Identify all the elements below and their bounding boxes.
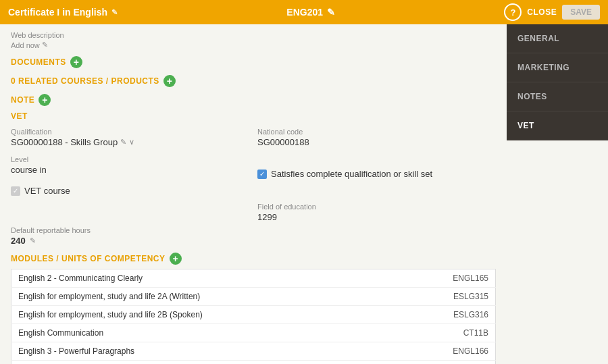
title-edit-icon[interactable]: ✎ <box>111 8 118 17</box>
level-text: course in <box>11 165 47 175</box>
hours-edit-icon[interactable]: ✎ <box>30 236 36 245</box>
qualification-field: Qualification SG00000188 - Skills Group … <box>11 128 249 147</box>
level-value: course in <box>11 165 249 175</box>
default-hours-row: 240 ✎ <box>11 236 496 246</box>
help-button[interactable]: ? <box>504 3 522 21</box>
module-code: ESLG316 <box>442 306 496 324</box>
module-code: ESLG315 <box>442 288 496 306</box>
web-description-label: Web description <box>11 31 496 39</box>
main-content: Web description Add now ✎ DOCUMENTS + 0 … <box>0 24 507 364</box>
module-name: English 2 - Communicating Clearly <box>11 269 442 288</box>
documents-header: DOCUMENTS + <box>11 56 496 68</box>
vet-grid: Qualification SG00000188 - Skills Group … <box>11 128 496 179</box>
sidebar: GENERALMARKETINGNOTESVET <box>507 24 608 140</box>
header-title: Certificate I in English ✎ <box>8 7 118 18</box>
satisfies-row: ✓ Satisfies complete qualification or sk… <box>257 169 496 179</box>
table-row[interactable]: English 4 - Structured Writing: Essay an… <box>11 361 496 365</box>
satisfies-field: ✓ Satisfies complete qualification or sk… <box>257 155 496 179</box>
satisfies-label: Satisfies complete qualification or skil… <box>271 169 432 179</box>
table-row[interactable]: English 2 - Communicating ClearlyENGL165 <box>11 269 496 288</box>
national-code-text: SG00000188 <box>257 137 309 147</box>
course-title: Certificate I in English <box>8 7 107 18</box>
qualification-label: Qualification <box>11 128 249 136</box>
add-document-button[interactable]: + <box>70 56 82 68</box>
module-name: English for employment, study and life 2… <box>11 306 442 324</box>
default-hours-label: Default reportable hours <box>11 226 496 234</box>
table-row[interactable]: English for employment, study and life 2… <box>11 306 496 324</box>
sidebar-item-marketing[interactable]: MARKETING <box>507 53 608 82</box>
vet-section: VET Qualification SG00000188 - Skills Gr… <box>11 111 496 364</box>
edit-pencil-icon: ✎ <box>42 41 48 49</box>
qualification-edit-icon[interactable]: ✎ <box>120 138 126 147</box>
sidebar-item-vet[interactable]: VET <box>507 111 608 140</box>
vet-course-row: ✓ VET course <box>11 186 496 196</box>
add-now-text: Add now <box>11 41 40 49</box>
module-name: English Communication <box>11 324 442 342</box>
vet-title: VET <box>11 111 496 121</box>
code-edit-icon[interactable]: ✎ <box>327 7 335 18</box>
module-code: ENGL165 <box>442 269 496 288</box>
header: Certificate I in English ✎ ENG201 ✎ ? CL… <box>0 0 608 24</box>
add-module-button[interactable]: + <box>170 253 182 265</box>
field-of-education-value: 1299 <box>257 212 496 222</box>
sidebar-container: GENERALMARKETINGNOTESVET <box>507 24 608 364</box>
header-right: ? CLOSE SAVE <box>504 3 600 21</box>
related-courses-label: 0 RELATED COURSES / PRODUCTS <box>11 76 159 86</box>
national-code-value: SG00000188 <box>257 137 496 147</box>
level-label: Level <box>11 155 249 163</box>
module-name: English 4 - Structured Writing: Essay an… <box>11 361 442 365</box>
satisfies-checkbox[interactable]: ✓ <box>257 170 267 179</box>
course-code: ENG201 <box>286 7 323 18</box>
field-of-education-label: Field of education <box>257 203 496 211</box>
header-center: ENG201 ✎ <box>118 7 504 18</box>
field-of-education-text: 1299 <box>257 212 277 222</box>
table-row[interactable]: English 3 - Powerful ParagraphsENGL166 <box>11 342 496 361</box>
field-of-education-grid: Field of education 1299 <box>11 203 496 222</box>
documents-label: DOCUMENTS <box>11 57 66 67</box>
national-code-label: National code <box>257 128 496 136</box>
field-of-education-field: Field of education 1299 <box>257 203 496 222</box>
table-row[interactable]: English CommunicationCT11B <box>11 324 496 342</box>
related-courses-header: 0 RELATED COURSES / PRODUCTS + <box>11 75 496 87</box>
modules-table: English 2 - Communicating ClearlyENGL165… <box>11 269 496 364</box>
module-code: ENGL166 <box>442 342 496 361</box>
add-related-course-button[interactable]: + <box>163 75 176 87</box>
save-button[interactable]: SAVE <box>562 5 600 20</box>
default-hours-value: 240 <box>11 236 26 246</box>
web-description-edit[interactable]: Add now ✎ <box>11 41 496 49</box>
vet-course-label: VET course <box>24 186 70 196</box>
layout: Web description Add now ✎ DOCUMENTS + 0 … <box>0 24 608 364</box>
sidebar-item-general[interactable]: GENERAL <box>507 24 608 53</box>
note-header: NOTE + <box>11 94 496 106</box>
modules-label: MODULES / UNITS OF COMPETENCY <box>11 254 166 263</box>
table-row[interactable]: English for employment, study and life 2… <box>11 288 496 306</box>
qualification-text: SG00000188 - Skills Group <box>11 137 118 147</box>
add-note-button[interactable]: + <box>39 94 51 106</box>
sidebar-item-notes[interactable]: NOTES <box>507 82 608 111</box>
module-name: English 3 - Powerful Paragraphs <box>11 342 442 361</box>
qualification-dropdown-icon[interactable]: ∨ <box>129 138 134 147</box>
module-code: CT11B <box>442 324 496 342</box>
note-label: NOTE <box>11 95 34 105</box>
module-code: ENGL167 <box>442 361 496 365</box>
level-field: Level course in <box>11 155 249 179</box>
modules-header: MODULES / UNITS OF COMPETENCY + <box>11 253 496 265</box>
module-name: English for employment, study and life 2… <box>11 288 442 306</box>
qualification-value: SG00000188 - Skills Group ✎ ∨ <box>11 137 249 147</box>
close-button[interactable]: CLOSE <box>527 7 557 17</box>
national-code-field: National code SG00000188 <box>257 128 496 147</box>
vet-course-checkbox[interactable]: ✓ <box>11 186 20 196</box>
